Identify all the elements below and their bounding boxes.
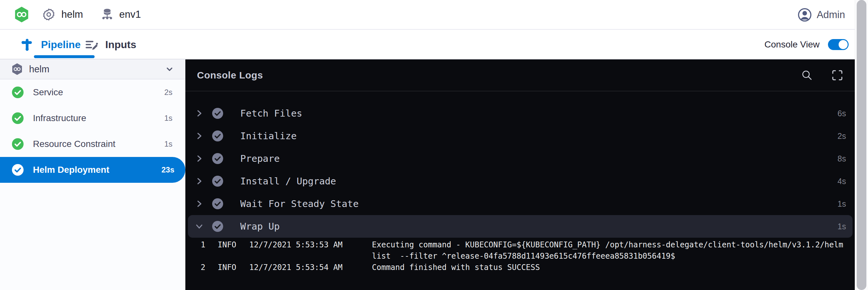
tab-pipeline-label: Pipeline — [41, 39, 81, 51]
sidebar-stage-row[interactable]: Helm Deployment 23s — [0, 157, 185, 183]
chevron-right-icon[interactable] — [195, 177, 204, 185]
sidebar-stage-row[interactable]: Resource Constraint 1s — [0, 131, 185, 157]
chevron-right-icon[interactable] — [195, 132, 204, 140]
service-hexagon-icon — [14, 6, 29, 23]
success-check-icon — [212, 198, 223, 210]
stage-label: Resource Constraint — [33, 139, 164, 149]
toggle-knob — [839, 40, 848, 49]
tab-inputs[interactable]: Inputs — [85, 30, 136, 59]
chevron-right-icon[interactable] — [195, 222, 204, 231]
stage-duration: 23s — [161, 165, 175, 174]
stage-list: Service 2s Infrastructure 1s Resource Co… — [0, 79, 185, 183]
step-duration: 6s — [838, 109, 846, 118]
user-label: Admin — [817, 9, 845, 21]
log-message: Command finished with status SUCCESS — [372, 262, 849, 273]
success-check-icon — [11, 112, 24, 124]
log-row: 2 INFO 12/7/2021 5:53:54 AM Command fini… — [185, 262, 855, 273]
top-bar: helm env1 Admin — [0, 0, 868, 30]
success-check-icon — [212, 130, 223, 142]
fullscreen-icon — [831, 69, 843, 82]
stage-duration: 1s — [164, 114, 173, 123]
execution-sidebar: helm Service 2s Infrastructure 1s — [0, 59, 185, 290]
tab-inputs-label: Inputs — [105, 39, 136, 51]
content-area: helm Service 2s Infrastructure 1s — [0, 59, 868, 290]
fullscreen-button[interactable] — [831, 69, 843, 82]
success-check-icon — [212, 175, 223, 187]
log-timestamp: 12/7/2021 5:53:54 AM — [249, 262, 347, 273]
search-button[interactable] — [801, 69, 813, 82]
search-icon — [801, 69, 813, 82]
chevron-right-icon[interactable] — [195, 200, 204, 208]
success-check-icon — [212, 153, 223, 164]
pipeline-header-row[interactable]: helm — [0, 59, 185, 79]
step-duration: 1s — [838, 222, 846, 231]
console-view-toggle[interactable] — [828, 39, 848, 50]
user-avatar-icon — [798, 8, 811, 22]
service-name: helm — [61, 9, 83, 20]
success-check-icon — [212, 221, 223, 232]
log-line-number: 2 — [198, 262, 206, 273]
log-level: INFO — [218, 239, 237, 251]
environment-icon — [101, 8, 113, 21]
stage-label: Infrastructure — [33, 113, 164, 123]
console-step-row[interactable]: Prepare 8s — [188, 147, 852, 170]
pipeline-icon — [20, 38, 34, 51]
log-row: 1 INFO 12/7/2021 5:53:53 AM Executing co… — [185, 239, 855, 262]
step-label: Install / Upgrade — [240, 176, 838, 187]
step-label: Wrap Up — [240, 221, 838, 232]
step-duration: 8s — [838, 154, 846, 163]
environment-chip: env1 — [101, 8, 141, 21]
step-duration: 4s — [838, 176, 846, 186]
stage-duration: 1s — [164, 139, 173, 149]
step-label: Prepare — [240, 153, 838, 164]
step-duration: 2s — [838, 131, 846, 141]
log-lines: 1 INFO 12/7/2021 5:53:53 AM Executing co… — [185, 239, 855, 273]
step-label: Fetch Files — [240, 108, 838, 119]
pipeline-name: helm — [29, 64, 165, 74]
console-view-label: Console View — [764, 39, 819, 50]
chevron-down-icon[interactable] — [165, 64, 175, 74]
success-check-icon — [11, 138, 24, 150]
success-check-icon — [212, 107, 223, 119]
step-list: Fetch Files 6s Initialize 2s — [185, 91, 855, 238]
console-step-row[interactable]: Fetch Files 6s — [188, 102, 852, 125]
pipeline-hexagon-icon — [11, 63, 23, 75]
console-logs-header: Console Logs — [185, 59, 855, 91]
sidebar-stage-row[interactable]: Service 2s — [0, 79, 185, 105]
chevron-right-icon[interactable] — [195, 109, 204, 118]
console-step-row[interactable]: Wrap Up 1s — [188, 215, 852, 238]
console-step-row[interactable]: Initialize 2s — [188, 125, 852, 147]
step-label: Initialize — [240, 130, 838, 141]
vertical-scrollbar — [855, 0, 868, 290]
tab-pipeline[interactable]: Pipeline — [20, 30, 81, 59]
environment-name: env1 — [119, 9, 141, 20]
console-logs-panel: Console Logs — [185, 59, 855, 290]
stage-duration: 2s — [164, 88, 173, 97]
console-logs-title: Console Logs — [197, 70, 783, 81]
service-chip: helm — [42, 8, 83, 21]
tab-bar: Pipeline Inputs Console View — [0, 30, 868, 59]
chevron-right-icon[interactable] — [195, 154, 204, 163]
log-message: Executing command - KUBECONFIG=${KUBECON… — [372, 239, 849, 262]
success-check-icon — [11, 86, 24, 98]
stage-label: Helm Deployment — [33, 165, 161, 175]
step-label: Wait For Steady State — [240, 198, 838, 209]
log-level: INFO — [218, 262, 237, 273]
log-timestamp: 12/7/2021 5:53:53 AM — [249, 239, 347, 251]
success-check-icon — [11, 164, 24, 176]
console-step-row[interactable]: Wait For Steady State 1s — [188, 192, 852, 215]
stage-label: Service — [33, 87, 164, 98]
sidebar-stage-row[interactable]: Infrastructure 1s — [0, 105, 185, 131]
scrollbar-thumb[interactable] — [857, 0, 866, 290]
inputs-icon — [85, 38, 98, 51]
step-duration: 1s — [838, 199, 846, 208]
log-line-number: 1 — [198, 239, 206, 251]
user-menu[interactable]: Admin — [798, 0, 845, 30]
gear-icon — [42, 8, 56, 21]
console-step-row[interactable]: Install / Upgrade 4s — [188, 170, 852, 192]
